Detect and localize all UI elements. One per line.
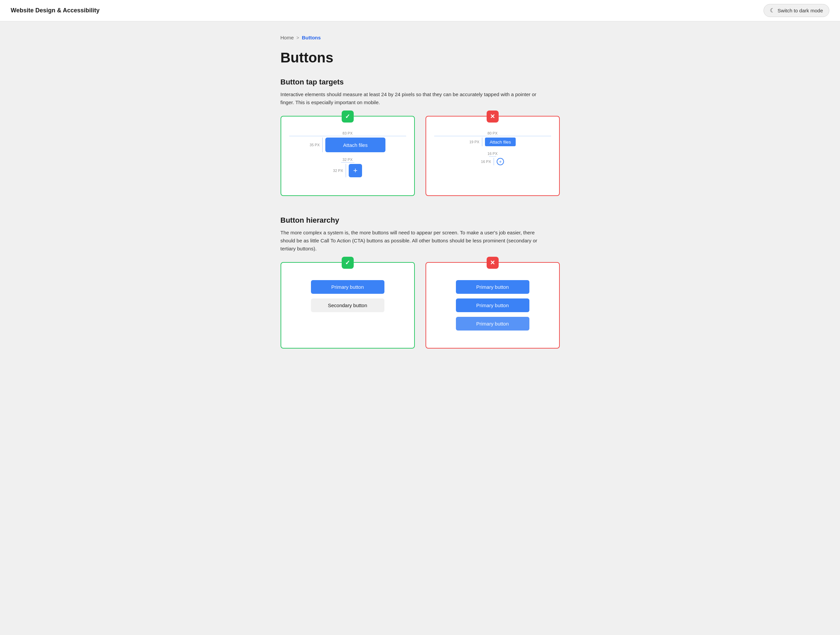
- tap-bad-attach: 80 PX 19 PX Attach files: [434, 131, 551, 146]
- tap-bad-attach-height: 19 PX: [469, 140, 479, 144]
- tap-bad-demo: 80 PX 19 PX Attach files 16 PX 16: [434, 127, 551, 165]
- tap-good-plus-row: 32 PX +: [333, 164, 362, 177]
- plus-button-bad[interactable]: +: [497, 158, 504, 165]
- hierarchy-bad-primary-2[interactable]: Primary button: [456, 298, 529, 312]
- hierarchy-secondary-button[interactable]: Secondary button: [311, 298, 384, 312]
- tap-bad-attach-row: 19 PX Attach files: [469, 137, 516, 146]
- breadcrumb-home[interactable]: Home: [281, 35, 294, 40]
- hierarchy-bad-demo: Primary button Primary button Primary bu…: [434, 273, 551, 337]
- hierarchy-good-demo: Primary button Secondary button: [289, 273, 406, 319]
- site-title: Website Design & Accessibility: [11, 7, 99, 14]
- hierarchy-title: Button hierarchy: [281, 216, 560, 225]
- tap-good-attach-row: 35 PX Attach files: [309, 137, 385, 152]
- main-content: Home > Buttons Buttons Button tap target…: [270, 21, 570, 395]
- attach-files-button-bad[interactable]: Attach files: [485, 137, 516, 146]
- dark-mode-button[interactable]: ☾ Switch to dark mode: [764, 4, 829, 17]
- tap-good-plus: 32 PX 32 PX +: [289, 158, 406, 177]
- tap-good-attach-height: 35 PX: [309, 143, 320, 147]
- section-tap-targets: Button tap targets Interactive elements …: [281, 78, 560, 196]
- tap-good-attach: 83 PX 35 PX Attach files: [289, 131, 406, 152]
- attach-files-button-good[interactable]: Attach files: [325, 137, 385, 152]
- tap-good-plus-width: 32 PX: [343, 158, 353, 162]
- check-icon-2: ✓: [345, 259, 350, 266]
- breadcrumb: Home > Buttons: [281, 35, 560, 40]
- hierarchy-bad-primary-1[interactable]: Primary button: [456, 280, 529, 294]
- tap-targets-desc: Interactive elements should measure at l…: [281, 90, 541, 107]
- page-title: Buttons: [281, 50, 560, 66]
- tap-bad-attach-width: 80 PX: [488, 131, 497, 135]
- good-badge: ✓: [342, 110, 354, 123]
- breadcrumb-separator: >: [297, 35, 299, 40]
- tap-bad-plus-width: 16 PX: [488, 151, 497, 156]
- hierarchy-primary-button[interactable]: Primary button: [311, 280, 384, 294]
- hierarchy-bad-primary-3[interactable]: Primary button: [456, 317, 529, 331]
- tap-targets-title: Button tap targets: [281, 78, 560, 87]
- bad-badge: ✕: [486, 110, 499, 123]
- tap-good-demo: 83 PX 35 PX Attach files 32 PX 32: [289, 127, 406, 177]
- tap-bad-plus-row: 16 PX +: [481, 158, 504, 165]
- plus-button-good[interactable]: +: [349, 164, 362, 177]
- tap-good-plus-height: 32 PX: [333, 169, 343, 173]
- hierarchy-bad-badge: ✕: [486, 257, 499, 269]
- cross-icon: ✕: [490, 113, 495, 120]
- dark-mode-label: Switch to dark mode: [778, 8, 823, 13]
- moon-icon: ☾: [770, 7, 775, 14]
- tap-bad-plus-height: 16 PX: [481, 159, 491, 164]
- breadcrumb-current: Buttons: [302, 35, 321, 40]
- hierarchy-desc: The more complex a system is, the more b…: [281, 229, 541, 253]
- tap-bad-plus: 16 PX 16 PX +: [434, 151, 551, 165]
- hierarchy-examples: ✓ Primary button Secondary button ✕ Prim…: [281, 262, 560, 348]
- check-icon: ✓: [345, 113, 350, 120]
- hierarchy-good-card: ✓ Primary button Secondary button: [281, 262, 415, 348]
- hierarchy-good-badge: ✓: [342, 257, 354, 269]
- tap-targets-good-card: ✓ 83 PX 35 PX Attach files: [281, 116, 415, 196]
- header: Website Design & Accessibility ☾ Switch …: [0, 0, 840, 21]
- section-hierarchy: Button hierarchy The more complex a syst…: [281, 216, 560, 348]
- cross-icon-2: ✕: [490, 259, 495, 266]
- tap-good-attach-width: 83 PX: [343, 131, 353, 135]
- tap-targets-examples: ✓ 83 PX 35 PX Attach files: [281, 116, 560, 196]
- hierarchy-bad-card: ✕ Primary button Primary button Primary …: [426, 262, 560, 348]
- tap-targets-bad-card: ✕ 80 PX 19 PX Attach files: [426, 116, 560, 196]
